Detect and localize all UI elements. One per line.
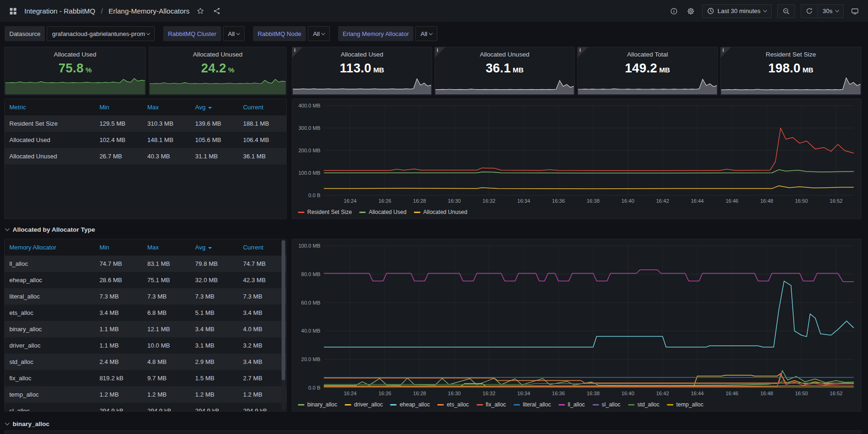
column-header-avg[interactable]: Avg: [190, 239, 238, 256]
refresh-button[interactable]: [801, 4, 818, 18]
column-header-metric[interactable]: Metric: [5, 99, 95, 115]
legend-item-temp-alloc[interactable]: temp_alloc: [667, 401, 703, 408]
legend-item-fix-alloc[interactable]: fix_alloc: [477, 401, 506, 408]
stat-value: 113.0: [340, 61, 372, 75]
svg-text:16:38: 16:38: [587, 391, 600, 396]
column-header-max[interactable]: Max: [143, 99, 190, 115]
panel-info-icon[interactable]: i: [435, 47, 445, 57]
table-cell: Resident Set Size: [5, 115, 95, 132]
table-row: temp_alloc1.2 MB1.2 MB1.2 MB1.2 MB: [5, 386, 286, 403]
variable-select-erlang-memory-allocator[interactable]: All: [415, 26, 437, 41]
table-cell: 2.9 MB: [190, 354, 238, 370]
column-header-avg[interactable]: Avg: [190, 99, 238, 115]
legend-label: literal_alloc: [523, 401, 551, 408]
table-cell: eheap_alloc: [5, 272, 95, 288]
table-cell: 7.3 MB: [95, 288, 143, 305]
row-header-allocated-by-allocator-type[interactable]: Allocated by Allocator Type: [6, 224, 95, 235]
sparkline: [578, 77, 717, 94]
time-range-label: Last 30 minutes: [717, 7, 760, 14]
allocators-timeseries-panel: 16:2416:2616:2816:3016:3216:3416:3616:38…: [292, 239, 861, 412]
variable-select-rabbitmq-cluster[interactable]: All: [223, 26, 245, 41]
legend-item-resident-set-size[interactable]: Resident Set Size: [298, 209, 352, 215]
legend-item-literal-alloc[interactable]: literal_alloc: [514, 401, 551, 408]
table-cell: 1.5 MB: [190, 370, 238, 386]
svg-text:0.0 B: 0.0 B: [308, 385, 320, 391]
row-header-binary-alloc[interactable]: binary_alloc: [6, 419, 50, 429]
memory-chart-plot[interactable]: 16:2416:2616:2816:3016:3216:3416:3616:38…: [295, 102, 856, 205]
column-header-max[interactable]: Max: [143, 239, 190, 256]
refresh-interval-picker[interactable]: 30s: [818, 4, 844, 18]
sparkline: [293, 77, 431, 94]
tv-mode-icon[interactable]: [849, 6, 861, 17]
table-row: Allocated Unused26.7 MB40.3 MB31.1 MB36.…: [5, 148, 286, 164]
apps-grid-icon[interactable]: [7, 6, 19, 17]
chevron-down-icon: [835, 8, 839, 12]
table-scrollbar[interactable]: [282, 240, 285, 410]
svg-text:400.0 MB: 400.0 MB: [298, 103, 320, 108]
variable-select-rabbitmq-node[interactable]: All: [308, 26, 329, 41]
legend-item-ets-alloc[interactable]: ets_alloc: [437, 401, 469, 408]
table-cell: 3.4 MB: [190, 321, 238, 337]
table-row: binary_alloc1.1 MB12.1 MB3.4 MB4.0 MB: [5, 321, 286, 337]
panel-info-icon[interactable]: i: [721, 47, 731, 57]
legend-item-driver-alloc[interactable]: driver_alloc: [345, 401, 383, 408]
column-header-min[interactable]: Min: [95, 99, 143, 115]
legend-swatch: [558, 404, 565, 406]
column-header-current[interactable]: Current: [239, 99, 286, 115]
svg-text:16:40: 16:40: [622, 391, 635, 396]
column-header-memory-allocator[interactable]: Memory Allocator: [5, 239, 95, 256]
table-row: fix_alloc819.2 kB9.7 MB1.5 MB2.7 MB: [5, 370, 286, 386]
legend-item-sl-alloc[interactable]: sl_alloc: [593, 401, 621, 408]
svg-text:16:44: 16:44: [691, 198, 704, 204]
time-range-picker[interactable]: Last 30 minutes: [702, 4, 772, 18]
table-cell: 9.7 MB: [143, 370, 190, 386]
svg-text:80.0 MB: 80.0 MB: [301, 271, 320, 277]
table-cell: 148.1 MB: [143, 132, 190, 148]
variable-select-datasource[interactable]: grafanacloud-gabrielantunes-prom: [47, 26, 155, 41]
panel-title: Allocated Used: [292, 51, 432, 58]
panel-info-icon[interactable]: i: [292, 47, 303, 57]
scrollbar-thumb[interactable]: [282, 240, 285, 380]
svg-text:60.0 MB: 60.0 MB: [301, 300, 320, 306]
share-icon[interactable]: [211, 6, 222, 16]
legend-item-allocated-used[interactable]: Allocated Used: [359, 209, 406, 215]
breadcrumb-folder[interactable]: Integration - RabbitMQ: [24, 7, 95, 15]
svg-text:16:52: 16:52: [830, 198, 843, 204]
memory-timeseries-panel: 16:2416:2616:2816:3016:3216:3416:3616:38…: [292, 99, 861, 219]
variable-label-rabbitmq-node: RabbitMQ Node: [253, 26, 306, 41]
legend-item-allocated-unused[interactable]: Allocated Unused: [414, 209, 467, 215]
stat-panel-allocated-used-percent: i Allocated Used 75.8%: [4, 47, 146, 95]
summary-table-panel: MetricMinMaxAvgCurrentResident Set Size1…: [4, 99, 287, 219]
table-cell: temp_alloc: [5, 386, 95, 403]
variables-row: Datasource grafanacloud-gabrielantunes-p…: [0, 22, 868, 45]
settings-gear-icon[interactable]: [685, 6, 696, 17]
legend-item-ll-alloc[interactable]: ll_alloc: [558, 401, 585, 408]
legend-item-std-alloc[interactable]: std_alloc: [628, 401, 659, 408]
table-cell: std_alloc: [5, 354, 95, 370]
zoom-out-button[interactable]: [777, 4, 795, 18]
sparkline: [5, 72, 145, 94]
column-header-current[interactable]: Current: [239, 239, 286, 256]
table-cell: 3.1 MB: [190, 337, 238, 354]
dashboard-insights-icon[interactable]: [668, 6, 680, 17]
dashboard-root: Integration - RabbitMQ / Erlang-Memory-A…: [0, 0, 868, 434]
panel-title: Allocated Unused: [435, 51, 574, 58]
legend-swatch: [477, 404, 483, 406]
svg-text:16:26: 16:26: [378, 391, 391, 396]
table-cell: 36.1 MB: [239, 148, 286, 164]
star-icon[interactable]: [195, 6, 206, 16]
table-cell: 129.5 MB: [95, 115, 143, 132]
table-cell: 3.4 MB: [239, 305, 286, 321]
table-cell: 294.9 kB: [143, 403, 190, 412]
panel-title: Allocated Used: [5, 51, 145, 58]
table-cell: 188.1 MB: [239, 115, 286, 132]
allocators-chart-plot[interactable]: 16:2416:2616:2816:3016:3216:3416:3616:38…: [295, 242, 856, 397]
column-header-min[interactable]: Min: [95, 239, 143, 256]
panel-info-icon[interactable]: i: [578, 47, 588, 57]
legend-swatch: [667, 404, 673, 406]
legend-item-eheap-alloc[interactable]: eheap_alloc: [390, 401, 430, 408]
legend-label: std_alloc: [637, 401, 659, 408]
breadcrumb-dashboard[interactable]: Erlang-Memory-Allocators: [108, 7, 189, 15]
sparkline: [435, 77, 574, 94]
legend-item-binary-alloc[interactable]: binary_alloc: [298, 401, 337, 408]
